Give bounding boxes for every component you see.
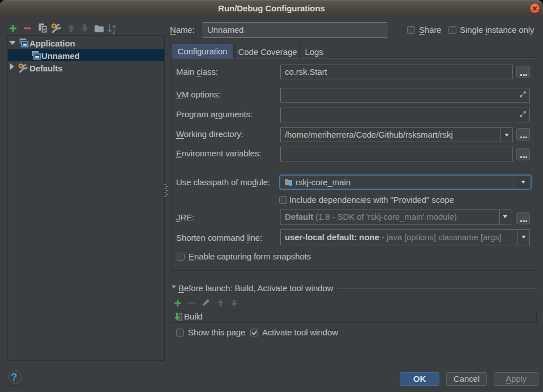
svg-text:z: z [113,29,116,34]
svg-text:01: 01 [179,318,183,321]
